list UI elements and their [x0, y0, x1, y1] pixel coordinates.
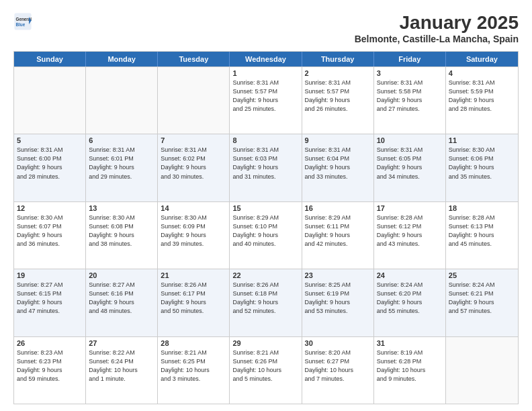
calendar-cell-5-4: 29Sunrise: 8:21 AM Sunset: 6:26 PM Dayli…	[230, 337, 302, 404]
calendar-cell-2-2: 6Sunrise: 8:31 AM Sunset: 6:01 PM Daylig…	[86, 134, 158, 201]
calendar-cell-1-2	[86, 67, 158, 134]
calendar-cell-5-5: 30Sunrise: 8:20 AM Sunset: 6:27 PM Dayli…	[302, 337, 374, 404]
cell-info: Sunrise: 8:20 AM Sunset: 6:27 PM Dayligh…	[305, 349, 371, 383]
header: General Blue January 2025 Belmonte, Cast…	[13, 12, 519, 44]
calendar-cell-1-6: 3Sunrise: 8:31 AM Sunset: 5:58 PM Daylig…	[374, 67, 446, 134]
day-number: 30	[305, 339, 371, 347]
calendar-cell-5-1: 26Sunrise: 8:23 AM Sunset: 6:23 PM Dayli…	[14, 337, 86, 404]
cell-info: Sunrise: 8:21 AM Sunset: 6:25 PM Dayligh…	[161, 349, 226, 383]
day-number: 4	[449, 69, 515, 77]
day-number: 16	[305, 204, 371, 212]
cell-info: Sunrise: 8:31 AM Sunset: 6:05 PM Dayligh…	[377, 146, 443, 181]
calendar-cell-2-6: 10Sunrise: 8:31 AM Sunset: 6:05 PM Dayli…	[374, 134, 446, 201]
cell-info: Sunrise: 8:27 AM Sunset: 6:15 PM Dayligh…	[17, 281, 83, 316]
day-number: 22	[232, 271, 298, 279]
day-number: 3	[377, 69, 443, 77]
calendar: Sunday Monday Tuesday Wednesday Thursday…	[13, 51, 519, 404]
day-number: 19	[17, 271, 83, 279]
day-number: 20	[89, 271, 154, 279]
cell-info: Sunrise: 8:26 AM Sunset: 6:18 PM Dayligh…	[232, 281, 298, 316]
calendar-cell-2-5: 9Sunrise: 8:31 AM Sunset: 6:04 PM Daylig…	[302, 134, 374, 201]
calendar-cell-3-1: 12Sunrise: 8:30 AM Sunset: 6:07 PM Dayli…	[14, 202, 86, 269]
header-friday: Friday	[374, 52, 446, 66]
calendar-cell-3-2: 13Sunrise: 8:30 AM Sunset: 6:08 PM Dayli…	[86, 202, 158, 269]
day-number: 6	[89, 136, 154, 144]
calendar-body: 1Sunrise: 8:31 AM Sunset: 5:57 PM Daylig…	[14, 66, 518, 404]
day-number: 26	[17, 339, 83, 347]
header-monday: Monday	[86, 52, 158, 66]
day-number: 2	[305, 69, 371, 77]
cell-info: Sunrise: 8:26 AM Sunset: 6:17 PM Dayligh…	[161, 281, 226, 316]
cell-info: Sunrise: 8:31 AM Sunset: 6:00 PM Dayligh…	[17, 146, 83, 181]
day-number: 7	[161, 136, 226, 144]
cell-info: Sunrise: 8:30 AM Sunset: 6:06 PM Dayligh…	[449, 146, 515, 181]
logo: General Blue	[13, 12, 32, 31]
calendar-row-5: 26Sunrise: 8:23 AM Sunset: 6:23 PM Dayli…	[14, 336, 518, 404]
calendar-cell-4-2: 20Sunrise: 8:27 AM Sunset: 6:16 PM Dayli…	[86, 269, 158, 336]
calendar-cell-2-7: 11Sunrise: 8:30 AM Sunset: 6:06 PM Dayli…	[446, 134, 518, 201]
header-tuesday: Tuesday	[158, 52, 230, 66]
logo-icon: General Blue	[13, 12, 32, 31]
calendar-cell-3-4: 15Sunrise: 8:29 AM Sunset: 6:10 PM Dayli…	[230, 202, 302, 269]
cell-info: Sunrise: 8:19 AM Sunset: 6:28 PM Dayligh…	[377, 349, 443, 383]
day-number: 12	[17, 204, 83, 212]
cell-info: Sunrise: 8:30 AM Sunset: 6:08 PM Dayligh…	[89, 214, 154, 248]
calendar-cell-2-1: 5Sunrise: 8:31 AM Sunset: 6:00 PM Daylig…	[14, 134, 86, 201]
cell-info: Sunrise: 8:28 AM Sunset: 6:12 PM Dayligh…	[377, 214, 443, 248]
day-number: 11	[449, 136, 515, 144]
day-number: 9	[305, 136, 371, 144]
calendar-cell-5-6: 31Sunrise: 8:19 AM Sunset: 6:28 PM Dayli…	[374, 337, 446, 404]
cell-info: Sunrise: 8:31 AM Sunset: 5:58 PM Dayligh…	[377, 79, 443, 113]
calendar-cell-4-4: 22Sunrise: 8:26 AM Sunset: 6:18 PM Dayli…	[230, 269, 302, 336]
title-block: January 2025 Belmonte, Castille-La Manch…	[355, 12, 519, 44]
cell-info: Sunrise: 8:31 AM Sunset: 6:01 PM Dayligh…	[89, 146, 154, 181]
calendar-cell-3-3: 14Sunrise: 8:30 AM Sunset: 6:09 PM Dayli…	[158, 202, 230, 269]
calendar-cell-1-4: 1Sunrise: 8:31 AM Sunset: 5:57 PM Daylig…	[230, 67, 302, 134]
calendar-header: Sunday Monday Tuesday Wednesday Thursday…	[14, 52, 518, 66]
cell-info: Sunrise: 8:31 AM Sunset: 6:02 PM Dayligh…	[161, 146, 226, 181]
cell-info: Sunrise: 8:22 AM Sunset: 6:24 PM Dayligh…	[89, 349, 154, 383]
day-number: 13	[89, 204, 154, 212]
header-saturday: Saturday	[446, 52, 518, 66]
day-number: 31	[377, 339, 443, 347]
cell-info: Sunrise: 8:23 AM Sunset: 6:23 PM Dayligh…	[17, 349, 83, 383]
calendar-cell-1-7: 4Sunrise: 8:31 AM Sunset: 5:59 PM Daylig…	[446, 67, 518, 134]
svg-text:Blue: Blue	[16, 22, 26, 27]
location: Belmonte, Castille-La Mancha, Spain	[355, 34, 519, 44]
day-number: 1	[232, 69, 298, 77]
calendar-cell-2-3: 7Sunrise: 8:31 AM Sunset: 6:02 PM Daylig…	[158, 134, 230, 201]
header-wednesday: Wednesday	[230, 52, 302, 66]
day-number: 10	[377, 136, 443, 144]
calendar-cell-1-5: 2Sunrise: 8:31 AM Sunset: 5:57 PM Daylig…	[302, 67, 374, 134]
cell-info: Sunrise: 8:29 AM Sunset: 6:10 PM Dayligh…	[232, 214, 298, 248]
day-number: 17	[377, 204, 443, 212]
cell-info: Sunrise: 8:31 AM Sunset: 5:59 PM Dayligh…	[449, 79, 515, 113]
calendar-cell-1-3	[158, 67, 230, 134]
calendar-row-1: 1Sunrise: 8:31 AM Sunset: 5:57 PM Daylig…	[14, 66, 518, 134]
calendar-cell-3-6: 17Sunrise: 8:28 AM Sunset: 6:12 PM Dayli…	[374, 202, 446, 269]
day-number: 21	[161, 271, 226, 279]
calendar-cell-5-2: 27Sunrise: 8:22 AM Sunset: 6:24 PM Dayli…	[86, 337, 158, 404]
header-thursday: Thursday	[302, 52, 374, 66]
month-title: January 2025	[355, 12, 519, 34]
calendar-cell-5-3: 28Sunrise: 8:21 AM Sunset: 6:25 PM Dayli…	[158, 337, 230, 404]
page: General Blue January 2025 Belmonte, Cast…	[0, 0, 532, 411]
day-number: 8	[232, 136, 298, 144]
cell-info: Sunrise: 8:21 AM Sunset: 6:26 PM Dayligh…	[232, 349, 298, 383]
cell-info: Sunrise: 8:29 AM Sunset: 6:11 PM Dayligh…	[305, 214, 371, 248]
cell-info: Sunrise: 8:31 AM Sunset: 6:03 PM Dayligh…	[232, 146, 298, 181]
day-number: 25	[449, 271, 515, 279]
cell-info: Sunrise: 8:24 AM Sunset: 6:20 PM Dayligh…	[377, 281, 443, 316]
cell-info: Sunrise: 8:30 AM Sunset: 6:07 PM Dayligh…	[17, 214, 83, 248]
svg-rect-0	[14, 13, 31, 30]
header-sunday: Sunday	[14, 52, 86, 66]
day-number: 15	[232, 204, 298, 212]
calendar-cell-3-7: 18Sunrise: 8:28 AM Sunset: 6:13 PM Dayli…	[446, 202, 518, 269]
calendar-row-3: 12Sunrise: 8:30 AM Sunset: 6:07 PM Dayli…	[14, 201, 518, 269]
day-number: 14	[161, 204, 226, 212]
day-number: 24	[377, 271, 443, 279]
day-number: 27	[89, 339, 154, 347]
day-number: 23	[305, 271, 371, 279]
day-number: 28	[161, 339, 226, 347]
calendar-cell-4-3: 21Sunrise: 8:26 AM Sunset: 6:17 PM Dayli…	[158, 269, 230, 336]
